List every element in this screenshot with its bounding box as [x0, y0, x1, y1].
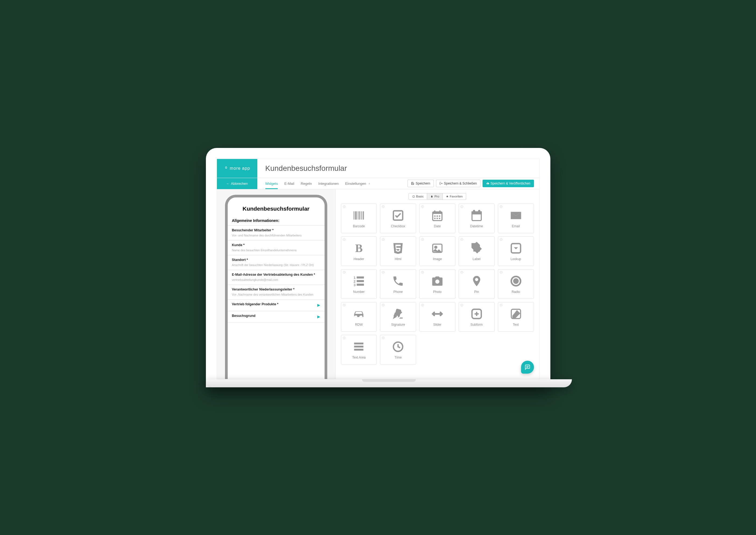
- widget-image[interactable]: ⓘImage: [419, 237, 455, 266]
- svg-point-35: [361, 315, 363, 317]
- photo-icon: [431, 274, 444, 288]
- html-icon: [391, 241, 405, 255]
- widget-datetime[interactable]: ⓘDatetime: [459, 204, 495, 233]
- svg-rect-12: [437, 215, 438, 217]
- widget-photo[interactable]: ⓘPhoto: [419, 269, 455, 299]
- widget-email[interactable]: ⓘEmail: [498, 204, 534, 233]
- svg-rect-27: [357, 276, 364, 278]
- widget-html[interactable]: ⓘHtml: [380, 237, 416, 266]
- save-label: Speichern: [416, 182, 430, 185]
- widget-rdw[interactable]: ⓘRDW: [341, 302, 377, 332]
- svg-point-33: [514, 279, 518, 283]
- chat-button[interactable]: [521, 361, 534, 374]
- field-label: E-Mail-Adresse der Vertriebsabteilung de…: [232, 273, 320, 276]
- widget-slider[interactable]: ⓘSlider: [419, 302, 455, 332]
- form-field[interactable]: Kunde *Name des besuchten Einzelhandelun…: [228, 240, 325, 255]
- phone-icon: [391, 274, 405, 288]
- info-icon[interactable]: ⓘ: [382, 303, 385, 307]
- field-label: Verantwortlicher Niederlassungsleiter *: [232, 288, 320, 291]
- info-icon[interactable]: ⓘ: [343, 238, 346, 241]
- widget-number[interactable]: ⓘ123Number: [341, 269, 377, 299]
- info-icon[interactable]: ⓘ: [343, 336, 346, 340]
- widget-text[interactable]: ⓘText: [498, 302, 534, 332]
- save-button[interactable]: Speichern: [407, 180, 434, 187]
- info-icon[interactable]: ⓘ: [500, 303, 503, 307]
- form-field[interactable]: Besuchender Mitarbeiter *Vor- und Nachna…: [228, 225, 325, 240]
- tab-widgets[interactable]: Widgets: [265, 178, 278, 189]
- widget-label: Radio: [511, 290, 520, 294]
- widget-date[interactable]: ⓘDate: [419, 204, 455, 233]
- filter-basic[interactable]: Basic: [409, 193, 427, 200]
- widget-radio[interactable]: ⓘRadio: [498, 269, 534, 299]
- widget-barcode[interactable]: ⓘBarcode: [341, 204, 377, 233]
- cancel-label: Abbrechen: [231, 182, 248, 185]
- widget-palette-panel: Basic Pro ★ Favoriten ⓘBarcodeⓘCheckboxⓘ…: [335, 189, 539, 379]
- info-icon[interactable]: ⓘ: [500, 238, 503, 241]
- brand-text: more app: [230, 166, 250, 171]
- widget-time[interactable]: ⓘTime: [380, 335, 416, 364]
- header-icon: B: [352, 241, 365, 255]
- filter-favorites[interactable]: ★ Favoriten: [443, 193, 466, 200]
- widget-label[interactable]: ⓘLabel: [459, 237, 495, 266]
- pin-icon: [470, 274, 483, 288]
- svg-rect-3: [359, 211, 361, 219]
- info-icon[interactable]: ⓘ: [382, 336, 385, 340]
- tab-einstellungen[interactable]: Einstellungen: [345, 178, 366, 189]
- tabs-scroll-left-icon[interactable]: ‹: [366, 182, 372, 185]
- info-icon[interactable]: ⓘ: [382, 205, 385, 209]
- svg-point-19: [474, 210, 475, 212]
- save-publish-button[interactable]: Speichern & Veröffentlichen: [482, 180, 534, 187]
- widget-label: Image: [433, 257, 442, 261]
- field-label: Besuchsgrund: [232, 314, 256, 318]
- info-icon[interactable]: ⓘ: [460, 303, 463, 307]
- form-field[interactable]: Standort *Anschrift der besuchten Nieder…: [228, 255, 325, 270]
- info-icon[interactable]: ⓘ: [382, 270, 385, 274]
- tab-e-mail[interactable]: E-Mail: [284, 178, 294, 189]
- checkbox-icon: [391, 209, 405, 222]
- info-icon[interactable]: ⓘ: [343, 205, 346, 209]
- svg-text:3: 3: [354, 283, 356, 287]
- info-icon[interactable]: ⓘ: [343, 270, 346, 274]
- svg-point-9: [434, 210, 435, 212]
- widget-label: Barcode: [353, 224, 365, 228]
- cancel-button[interactable]: ←Abbrechen: [217, 178, 257, 189]
- form-field[interactable]: Besuchsgrund▶: [228, 311, 325, 323]
- tab-regeln[interactable]: Regeln: [301, 178, 312, 189]
- widget-textarea[interactable]: ⓘText Area: [341, 335, 377, 364]
- svg-rect-43: [354, 349, 363, 351]
- widget-signature[interactable]: ⓘSignature: [380, 302, 416, 332]
- filter-pro[interactable]: Pro: [427, 193, 443, 200]
- info-icon[interactable]: ⓘ: [500, 270, 503, 274]
- signature-icon: [391, 307, 405, 321]
- field-label: Besuchender Mitarbeiter *: [232, 228, 320, 232]
- info-icon[interactable]: ⓘ: [460, 238, 463, 241]
- info-icon[interactable]: ⓘ: [343, 303, 346, 307]
- subform-icon: [470, 307, 483, 321]
- widget-label: Label: [473, 257, 480, 261]
- info-icon[interactable]: ⓘ: [460, 270, 463, 274]
- widget-checkbox[interactable]: ⓘCheckbox: [380, 204, 416, 233]
- tab-integrationen[interactable]: Integrationen: [318, 178, 339, 189]
- info-icon[interactable]: ⓘ: [421, 303, 424, 307]
- save-close-button[interactable]: Speichern & Schließen: [436, 180, 480, 187]
- form-field[interactable]: E-Mail-Adresse der Vertriebsabteilung de…: [228, 270, 325, 285]
- filter-basic-label: Basic: [416, 195, 423, 198]
- form-field[interactable]: Vertrieb folgender Produkte *▶: [228, 299, 325, 311]
- info-icon[interactable]: ⓘ: [421, 238, 424, 241]
- widget-phone[interactable]: ⓘPhone: [380, 269, 416, 299]
- svg-rect-4: [362, 211, 362, 219]
- form-field[interactable]: Verantwortlicher Niederlassungsleiter *V…: [228, 285, 325, 299]
- info-icon[interactable]: ⓘ: [382, 238, 385, 241]
- info-icon[interactable]: ⓘ: [421, 205, 424, 209]
- svg-point-30: [435, 279, 439, 284]
- widget-lookup[interactable]: ⓘLookup: [498, 237, 534, 266]
- widget-header[interactable]: ⓘBHeader: [341, 237, 377, 266]
- widget-pin[interactable]: ⓘPin: [459, 269, 495, 299]
- info-icon[interactable]: ⓘ: [421, 270, 424, 274]
- info-icon[interactable]: ⓘ: [460, 205, 463, 209]
- svg-rect-18: [472, 212, 481, 214]
- svg-rect-5: [363, 211, 364, 219]
- brand-logo[interactable]: more app: [217, 159, 257, 178]
- info-icon[interactable]: ⓘ: [500, 205, 503, 209]
- widget-subform[interactable]: ⓘSubform: [459, 302, 495, 332]
